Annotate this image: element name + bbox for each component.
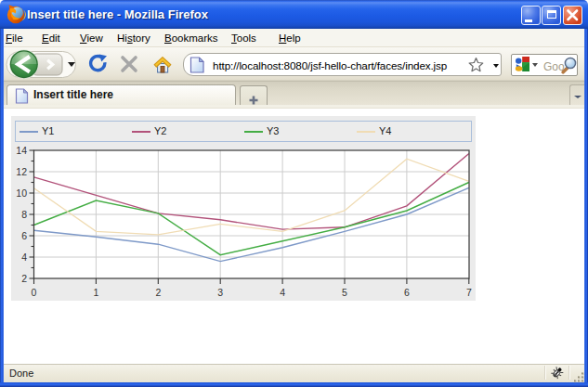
svg-text:6: 6 xyxy=(404,287,410,298)
svg-text:10: 10 xyxy=(16,187,27,199)
svg-text:7: 7 xyxy=(466,287,472,298)
svg-text:5: 5 xyxy=(342,287,347,298)
svg-text:0: 0 xyxy=(32,287,37,298)
svg-text:1: 1 xyxy=(93,287,98,298)
svg-text:14: 14 xyxy=(16,145,27,156)
svg-text:2: 2 xyxy=(21,273,27,284)
svg-text:2: 2 xyxy=(155,287,161,298)
svg-text:12: 12 xyxy=(16,166,27,177)
svg-text:8: 8 xyxy=(21,209,27,220)
svg-text:6: 6 xyxy=(21,230,27,241)
svg-text:3: 3 xyxy=(217,287,223,298)
svg-text:4: 4 xyxy=(280,287,285,298)
svg-text:4: 4 xyxy=(21,252,27,263)
